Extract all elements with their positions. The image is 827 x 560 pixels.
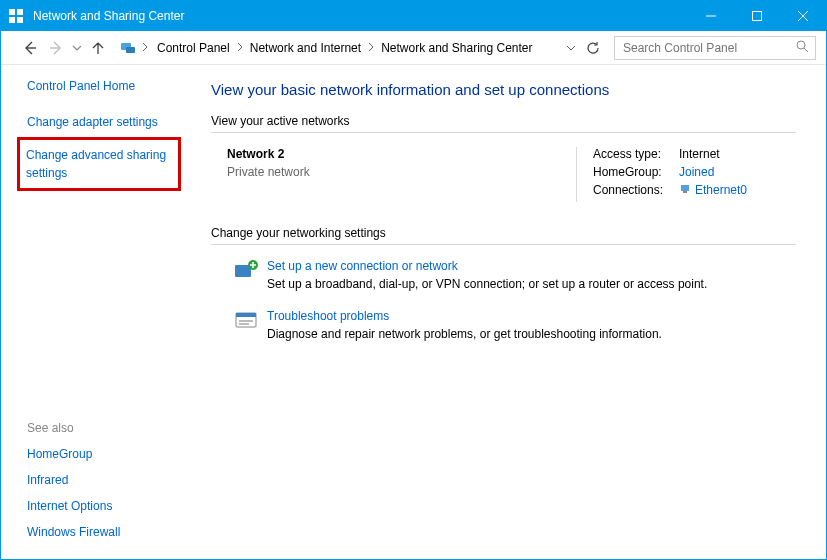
forward-button[interactable] <box>43 35 69 61</box>
connection-link[interactable]: Ethernet0 <box>679 183 747 198</box>
svg-rect-11 <box>126 47 135 53</box>
highlighted-link-box: Change advanced sharing settings <box>17 137 181 191</box>
sidebar: Control Panel Home Change adapter settin… <box>1 65 201 559</box>
breadcrumb[interactable]: Control Panel Network and Internet Netwo… <box>151 36 562 60</box>
see-also-header: See also <box>27 421 201 435</box>
svg-rect-3 <box>17 17 23 23</box>
refresh-button[interactable] <box>580 41 606 55</box>
titlebar: Network and Sharing Center <box>1 1 826 31</box>
breadcrumb-item[interactable]: Network and Internet <box>246 38 365 58</box>
access-type-label: Access type: <box>593 147 679 161</box>
settings-header: Change your networking settings <box>211 226 796 240</box>
change-advanced-sharing-link[interactable]: Change advanced sharing settings <box>26 146 172 182</box>
maximize-button[interactable] <box>734 1 780 31</box>
svg-rect-19 <box>236 313 256 317</box>
ethernet-icon <box>679 183 691 198</box>
page-title: View your basic network information and … <box>211 81 796 98</box>
window-title: Network and Sharing Center <box>31 9 688 23</box>
see-also-homegroup-link[interactable]: HomeGroup <box>27 445 187 463</box>
chevron-right-icon[interactable] <box>139 38 151 58</box>
content: Control Panel Home Change adapter settin… <box>1 65 826 559</box>
search-icon[interactable] <box>796 40 809 56</box>
divider <box>211 132 796 133</box>
address-dropdown-button[interactable] <box>562 43 580 53</box>
see-also-windows-firewall-link[interactable]: Windows Firewall <box>27 523 187 541</box>
recent-locations-button[interactable] <box>69 35 85 61</box>
svg-rect-20 <box>239 320 253 322</box>
see-also-infrared-link[interactable]: Infrared <box>27 471 187 489</box>
network-name: Network 2 <box>227 147 576 161</box>
up-button[interactable] <box>85 35 111 61</box>
main-panel: View your basic network information and … <box>201 65 826 559</box>
app-icon <box>1 8 31 24</box>
troubleshoot-desc: Diagnose and repair network problems, or… <box>267 327 796 341</box>
svg-rect-5 <box>753 12 762 21</box>
homegroup-value-link[interactable]: Joined <box>679 165 714 179</box>
access-type-value: Internet <box>679 147 720 161</box>
svg-line-13 <box>804 48 808 52</box>
chevron-right-icon[interactable] <box>234 38 246 58</box>
minimize-button[interactable] <box>688 1 734 31</box>
setup-connection-desc: Set up a broadband, dial-up, or VPN conn… <box>267 277 796 291</box>
back-button[interactable] <box>17 35 43 61</box>
svg-rect-14 <box>681 185 689 191</box>
navbar: Control Panel Network and Internet Netwo… <box>1 31 826 65</box>
change-adapter-settings-link[interactable]: Change adapter settings <box>27 113 187 131</box>
divider <box>211 244 796 245</box>
homegroup-label: HomeGroup: <box>593 165 679 179</box>
connections-label: Connections: <box>593 183 679 198</box>
close-button[interactable] <box>780 1 826 31</box>
svg-rect-1 <box>17 9 23 15</box>
chevron-right-icon[interactable] <box>365 38 377 58</box>
active-network-row: Network 2 Private network Access type: I… <box>227 147 796 202</box>
breadcrumb-item[interactable]: Control Panel <box>153 38 234 58</box>
svg-rect-0 <box>9 9 15 15</box>
search-box[interactable] <box>614 36 816 60</box>
troubleshoot-icon <box>227 309 267 341</box>
svg-rect-2 <box>9 17 15 23</box>
svg-rect-15 <box>683 191 687 193</box>
active-networks-header: View your active networks <box>211 114 796 128</box>
troubleshoot-link[interactable]: Troubleshoot problems <box>267 309 796 323</box>
see-also-internet-options-link[interactable]: Internet Options <box>27 497 187 515</box>
svg-rect-21 <box>239 323 249 325</box>
network-sharing-icon[interactable] <box>119 39 137 57</box>
control-panel-home-link[interactable]: Control Panel Home <box>27 79 201 93</box>
search-input[interactable] <box>621 40 796 56</box>
setup-connection-link[interactable]: Set up a new connection or network <box>267 259 796 273</box>
troubleshoot-option: Troubleshoot problems Diagnose and repai… <box>227 309 796 341</box>
setup-connection-option: Set up a new connection or network Set u… <box>227 259 796 291</box>
breadcrumb-item[interactable]: Network and Sharing Center <box>377 38 536 58</box>
network-type: Private network <box>227 165 576 179</box>
svg-point-12 <box>797 41 805 49</box>
see-also-section: See also HomeGroup Infrared Internet Opt… <box>27 421 201 549</box>
setup-connection-icon <box>227 259 267 291</box>
